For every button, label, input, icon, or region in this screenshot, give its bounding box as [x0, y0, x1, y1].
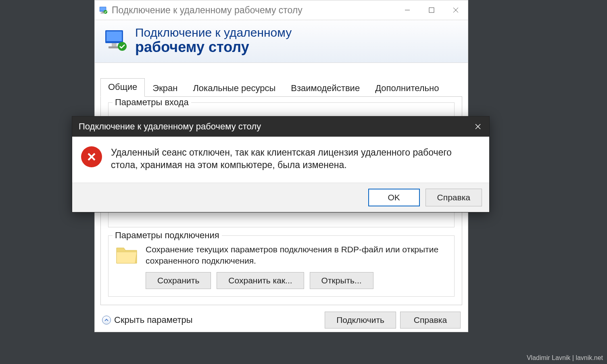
error-modal: Подключение к удаленному рабочему столу …: [72, 116, 490, 212]
chevron-up-icon: [102, 316, 111, 324]
main-footer: Скрыть параметры Подключить Справка: [95, 305, 468, 332]
open-button[interactable]: Открыть...: [310, 272, 373, 289]
connect-button[interactable]: Подключить: [325, 312, 396, 329]
rdp-banner-icon: [104, 29, 128, 52]
minimize-button[interactable]: [395, 0, 419, 20]
rdp-app-icon: [99, 6, 108, 15]
toggle-options-link[interactable]: Скрыть параметры: [102, 315, 193, 325]
watermark: Vladimir Lavnik | lavnik.net: [527, 354, 603, 362]
help-button[interactable]: Справка: [400, 312, 461, 329]
connection-group-desc: Сохранение текущих параметров подключени…: [146, 244, 448, 267]
folder-icon: [115, 244, 138, 266]
banner-line2: рабочему столу: [135, 39, 292, 55]
banner: Подключение к удаленному рабочему столу: [95, 20, 468, 63]
main-window-title: Подключение к удаленному рабочему столу: [112, 5, 395, 16]
close-button[interactable]: [444, 0, 468, 20]
modal-ok-button[interactable]: OK: [368, 189, 420, 206]
tab-display[interactable]: Экран: [145, 79, 185, 98]
modal-close-button[interactable]: [467, 116, 489, 137]
tab-general[interactable]: Общие: [100, 78, 145, 97]
error-icon: [81, 146, 102, 167]
tab-local-resources[interactable]: Локальные ресурсы: [185, 79, 283, 98]
modal-message: Удаленный сеанс отключен, так как клиент…: [111, 146, 479, 171]
connection-groupbox: Параметры подключения Сохранение текущих…: [108, 235, 455, 297]
svg-rect-10: [106, 31, 122, 41]
svg-point-13: [118, 42, 127, 51]
banner-line1: Подключение к удаленному: [135, 26, 292, 39]
tab-advanced[interactable]: Дополнительно: [367, 79, 446, 98]
svg-rect-6: [429, 8, 434, 12]
main-titlebar[interactable]: Подключение к удаленному рабочему столу: [95, 0, 468, 20]
save-button[interactable]: Сохранить: [146, 272, 211, 289]
tabs-row: Общие Экран Локальные ресурсы Взаимодейс…: [100, 78, 468, 97]
modal-title: Подключение к удаленному рабочему столу: [79, 121, 467, 132]
toggle-options-label: Скрыть параметры: [114, 315, 193, 325]
login-group-title: Параметры входа: [113, 97, 191, 108]
svg-rect-11: [112, 43, 117, 46]
modal-help-button[interactable]: Справка: [426, 189, 482, 206]
maximize-button[interactable]: [419, 0, 444, 20]
modal-titlebar[interactable]: Подключение к удаленному рабочему столу: [72, 116, 489, 137]
tab-experience[interactable]: Взаимодействие: [283, 79, 367, 98]
save-as-button[interactable]: Сохранить как...: [217, 272, 304, 289]
connection-group-title: Параметры подключения: [113, 230, 222, 241]
